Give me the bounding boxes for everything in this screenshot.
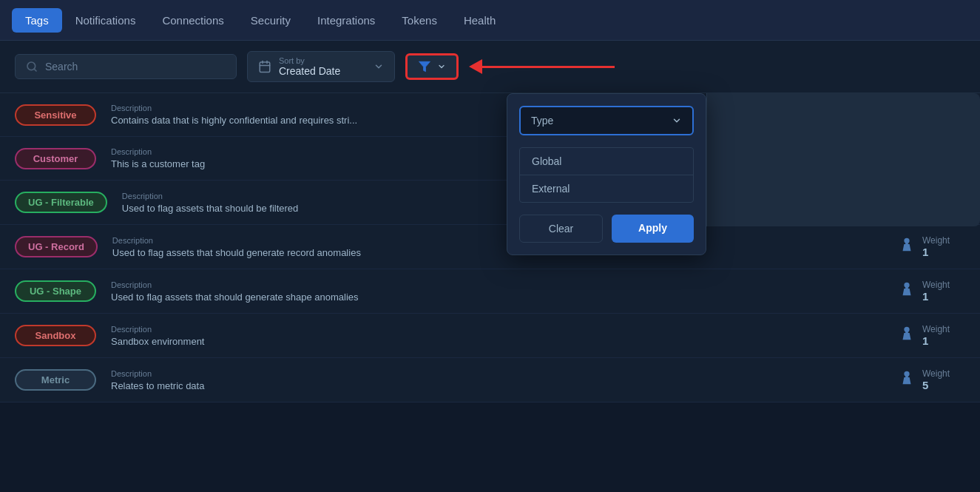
weight-info: Weight1 [899, 324, 965, 347]
nav-item-connections[interactable]: Connections [149, 8, 237, 33]
weight-info: Weight5 [899, 368, 965, 391]
chevron-down-icon-type [672, 115, 682, 126]
nav-item-tags[interactable]: Tags [12, 8, 62, 33]
toolbar: Search Sort by Created Date [0, 41, 980, 93]
tag-info: DescriptionUsed to flag assets that shou… [112, 236, 884, 258]
red-arrow [469, 59, 615, 74]
filter-actions: Clear Apply [519, 215, 694, 243]
weight-label: Weight [922, 324, 950, 334]
tag-desc-label: Description [112, 236, 884, 245]
tag-badge: UG - Shape [15, 280, 96, 302]
filter-icon [418, 60, 431, 73]
tag-desc-text: Sandbox environment [111, 336, 884, 347]
type-select-label: Type [531, 115, 553, 127]
svg-line-1 [34, 69, 36, 71]
weight-value: 5 [922, 379, 950, 391]
tag-info: DescriptionUsed to flag assets that shou… [111, 280, 884, 303]
sort-dropdown[interactable]: Sort by Created Date [247, 51, 395, 82]
calendar-icon [258, 60, 271, 73]
weight-icon [899, 237, 915, 257]
svg-marker-6 [419, 61, 430, 72]
tag-row[interactable]: UG - RecordDescriptionUsed to flag asset… [0, 225, 980, 269]
tag-row[interactable]: UG - ShapeDescriptionUsed to flag assets… [0, 269, 980, 314]
tag-info: DescriptionSandbox environment [111, 325, 884, 347]
tag-row[interactable]: MetricDescriptionRelates to metric data … [0, 358, 980, 402]
sort-label: Sort by [279, 56, 340, 65]
filter-option-external[interactable]: External [520, 175, 693, 202]
filter-option-global[interactable]: Global [520, 148, 693, 175]
sort-value: Created Date [279, 65, 340, 77]
clear-button[interactable]: Clear [519, 215, 603, 243]
filter-dropdown-panel: Type Global External Clear Apply [507, 93, 706, 255]
weight-value: 1 [922, 334, 950, 347]
tag-desc-text: Relates to metric data [111, 380, 884, 391]
weight-details: Weight1 [922, 235, 950, 258]
search-box[interactable]: Search [15, 54, 237, 79]
weight-icon [899, 281, 915, 301]
weight-value: 1 [922, 290, 950, 303]
weight-icon [899, 326, 915, 346]
dropdown-right-panel [706, 93, 980, 226]
weight-icon [899, 370, 915, 390]
weight-value: 1 [922, 246, 950, 258]
nav-item-tokens[interactable]: Tokens [388, 8, 450, 33]
arrow-head [469, 59, 482, 74]
tag-desc-label: Description [111, 369, 884, 378]
tag-row[interactable]: SandboxDescriptionSandbox environment We… [0, 314, 980, 358]
content-area: SensitiveDescriptionContains data that i… [0, 93, 980, 402]
weight-details: Weight5 [922, 368, 950, 391]
tag-desc-label: Description [111, 325, 884, 334]
chevron-down-icon [374, 61, 384, 72]
nav-item-health[interactable]: Health [450, 8, 509, 33]
tag-badge: Metric [15, 369, 96, 391]
weight-label: Weight [922, 280, 950, 290]
tag-badge: Sensitive [15, 104, 96, 126]
tag-badge: UG - Record [15, 236, 98, 257]
weight-label: Weight [922, 368, 950, 379]
weight-info: Weight1 [899, 235, 965, 258]
tag-desc-text: Used to flag assets that should generate… [112, 247, 884, 258]
weight-details: Weight1 [922, 324, 950, 347]
nav-bar: Tags Notifications Connections Security … [0, 0, 980, 41]
filter-options-list: Global External [519, 147, 694, 203]
search-placeholder: Search [45, 61, 78, 73]
tag-desc-label: Description [111, 280, 884, 289]
tag-badge: Sandbox [15, 325, 96, 346]
arrow-line [481, 66, 615, 68]
chevron-down-icon-filter [437, 62, 446, 71]
apply-button[interactable]: Apply [612, 215, 694, 243]
tag-info: DescriptionRelates to metric data [111, 369, 884, 391]
filter-button[interactable] [405, 53, 459, 80]
nav-item-integrations[interactable]: Integrations [304, 8, 388, 33]
weight-label: Weight [922, 235, 950, 246]
weight-info: Weight1 [899, 280, 965, 303]
search-icon [26, 61, 38, 73]
tag-badge: UG - Filterable [15, 192, 107, 213]
tag-badge: Customer [15, 148, 96, 169]
nav-item-notifications[interactable]: Notifications [62, 8, 149, 33]
tag-desc-text: Used to flag assets that should generate… [111, 292, 884, 303]
weight-details: Weight1 [922, 280, 950, 303]
svg-rect-2 [260, 62, 270, 73]
nav-item-security[interactable]: Security [237, 8, 304, 33]
type-select[interactable]: Type [519, 106, 694, 135]
